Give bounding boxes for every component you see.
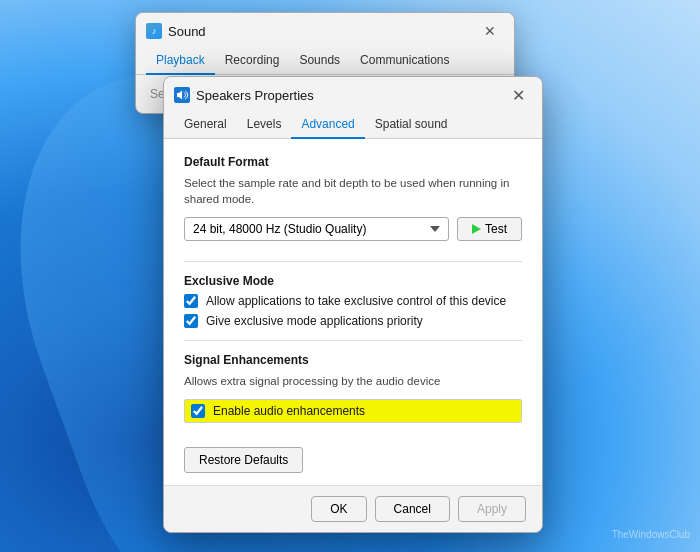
sound-tab-playback[interactable]: Playback bbox=[146, 47, 215, 75]
speakers-titlebar-left: Speakers Properties bbox=[174, 87, 314, 103]
exclusive-priority-checkbox[interactable] bbox=[184, 314, 198, 328]
exclusive-control-label: Allow applications to take exclusive con… bbox=[206, 294, 506, 308]
restore-defaults-button[interactable]: Restore Defaults bbox=[184, 447, 303, 473]
speakers-dialog-title: Speakers Properties bbox=[196, 88, 314, 103]
exclusive-control-checkbox[interactable] bbox=[184, 294, 198, 308]
speakers-titlebar: Speakers Properties ✕ bbox=[164, 77, 542, 111]
speakers-tabs: General Levels Advanced Spatial sound bbox=[164, 111, 542, 139]
sound-tabs: Playback Recording Sounds Communications bbox=[136, 47, 514, 75]
format-select[interactable]: 24 bit, 48000 Hz (Studio Quality) bbox=[184, 217, 449, 241]
speakers-tab-general[interactable]: General bbox=[174, 111, 237, 139]
test-button-label: Test bbox=[485, 222, 507, 236]
divider-1 bbox=[184, 261, 522, 262]
sound-tab-communications[interactable]: Communications bbox=[350, 47, 459, 75]
ok-button[interactable]: OK bbox=[311, 496, 366, 522]
exclusive-mode-section: Exclusive Mode Allow applications to tak… bbox=[184, 274, 522, 328]
signal-enhancements-description: Allows extra signal processing by the au… bbox=[184, 373, 522, 389]
default-format-title: Default Format bbox=[184, 155, 522, 169]
apply-button[interactable]: Apply bbox=[458, 496, 526, 522]
exclusive-priority-row: Give exclusive mode applications priorit… bbox=[184, 314, 522, 328]
exclusive-mode-title: Exclusive Mode bbox=[184, 274, 522, 288]
sound-tab-recording[interactable]: Recording bbox=[215, 47, 290, 75]
sound-tab-sounds[interactable]: Sounds bbox=[289, 47, 350, 75]
speakers-tab-levels[interactable]: Levels bbox=[237, 111, 292, 139]
enable-audio-enhancements-label: Enable audio enhancements bbox=[213, 404, 365, 418]
apply-label: Apply bbox=[477, 502, 507, 516]
enable-audio-enhancements-checkbox[interactable] bbox=[191, 404, 205, 418]
exclusive-control-row: Allow applications to take exclusive con… bbox=[184, 294, 522, 308]
speakers-tab-spatial-sound[interactable]: Spatial sound bbox=[365, 111, 458, 139]
speakers-tab-advanced[interactable]: Advanced bbox=[291, 111, 364, 139]
signal-enhancements-section: Signal Enhancements Allows extra signal … bbox=[184, 353, 522, 423]
exclusive-priority-label: Give exclusive mode applications priorit… bbox=[206, 314, 423, 328]
sound-app-icon: ♪ bbox=[146, 23, 162, 39]
sound-titlebar-left: ♪ Sound bbox=[146, 23, 206, 39]
speakers-body: Default Format Select the sample rate an… bbox=[164, 139, 542, 485]
sound-dialog-close-button[interactable]: ✕ bbox=[476, 21, 504, 41]
format-row: 24 bit, 48000 Hz (Studio Quality) Test bbox=[184, 217, 522, 241]
signal-enhancements-title: Signal Enhancements bbox=[184, 353, 522, 367]
sound-titlebar: ♪ Sound ✕ bbox=[136, 13, 514, 47]
divider-2 bbox=[184, 340, 522, 341]
sound-dialog-title: Sound bbox=[168, 24, 206, 39]
cancel-button[interactable]: Cancel bbox=[375, 496, 450, 522]
speakers-footer: OK Cancel Apply bbox=[164, 485, 542, 532]
speakers-dialog-close-button[interactable]: ✕ bbox=[504, 85, 532, 105]
play-icon bbox=[472, 224, 481, 234]
restore-defaults-label: Restore Defaults bbox=[199, 453, 288, 467]
enable-audio-enhancements-row: Enable audio enhancements bbox=[184, 399, 522, 423]
speakers-properties-dialog: Speakers Properties ✕ General Levels Adv… bbox=[163, 76, 543, 533]
watermark: TheWindowsClub bbox=[612, 529, 690, 540]
default-format-description: Select the sample rate and bit depth to … bbox=[184, 175, 522, 207]
test-button[interactable]: Test bbox=[457, 217, 522, 241]
ok-label: OK bbox=[330, 502, 347, 516]
cancel-label: Cancel bbox=[394, 502, 431, 516]
speakers-app-icon bbox=[174, 87, 190, 103]
